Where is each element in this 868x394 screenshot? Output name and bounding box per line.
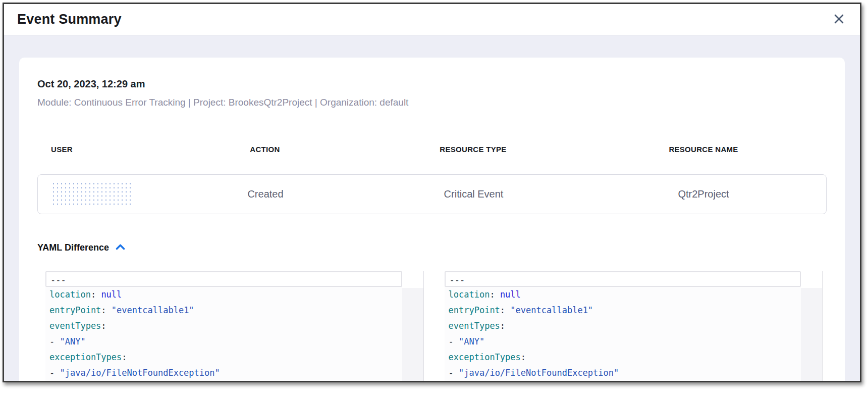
yaml-difference-toggle[interactable]: YAML Difference bbox=[37, 241, 126, 254]
yaml-code-left: ---location: nullentryPoint: "eventcalla… bbox=[45, 271, 402, 382]
yaml-diff-right-panel[interactable]: ---location: nullentryPoint: "eventcalla… bbox=[445, 271, 823, 382]
event-meta: Module: Continuous Error Tracking | Proj… bbox=[37, 97, 827, 108]
resource-type-cell: Critical Event bbox=[366, 188, 581, 200]
yaml-difference-label: YAML Difference bbox=[37, 241, 109, 254]
modal-body: Oct 20, 2023, 12:29 am Module: Continuou… bbox=[4, 35, 860, 382]
user-cell bbox=[38, 182, 165, 207]
yaml-line: - "ANY" bbox=[45, 334, 402, 350]
yaml-line: --- bbox=[445, 271, 801, 287]
column-header-resource-type: RESOURCE TYPE bbox=[366, 145, 580, 154]
event-card: Oct 20, 2023, 12:29 am Module: Continuou… bbox=[19, 58, 845, 382]
yaml-line: - "ANY" bbox=[445, 334, 801, 350]
column-header-resource-name: RESOURCE NAME bbox=[580, 145, 827, 154]
action-cell: Created bbox=[165, 188, 366, 200]
close-icon bbox=[833, 13, 845, 26]
yaml-line: location: null bbox=[445, 287, 801, 303]
yaml-line: exceptionTypes: bbox=[45, 350, 402, 365]
table-row: Created Critical Event Qtr2Project bbox=[37, 174, 827, 214]
yaml-diff-left-panel[interactable]: ---location: nullentryPoint: "eventcalla… bbox=[45, 271, 424, 382]
yaml-line: exceptionTypes: bbox=[445, 350, 801, 365]
left-panel-scrollbar[interactable] bbox=[402, 271, 424, 382]
close-button[interactable] bbox=[831, 11, 847, 28]
modal-header: Event Summary bbox=[4, 4, 860, 35]
scrollbar-thumb bbox=[402, 271, 423, 288]
yaml-line: - "java/io/FileNotFoundException" bbox=[45, 365, 402, 381]
yaml-line: location: null bbox=[45, 287, 402, 303]
event-timestamp: Oct 20, 2023, 12:29 am bbox=[37, 78, 827, 90]
scrollbar-thumb bbox=[801, 271, 822, 288]
column-header-action: ACTION bbox=[164, 145, 366, 154]
yaml-line: eventTypes: bbox=[45, 318, 402, 334]
chevron-up-icon bbox=[115, 243, 126, 252]
user-redacted-pattern bbox=[51, 182, 132, 207]
yaml-line: entryPoint: "eventcallable1" bbox=[445, 303, 801, 318]
yaml-line: eventTypes: bbox=[445, 318, 801, 334]
table-header-row: USER ACTION RESOURCE TYPE RESOURCE NAME bbox=[37, 145, 827, 154]
right-panel-scrollbar[interactable] bbox=[801, 271, 823, 382]
yaml-line: entryPoint: "eventcallable1" bbox=[45, 303, 402, 318]
resource-name-cell: Qtr2Project bbox=[581, 188, 826, 200]
page-title: Event Summary bbox=[17, 12, 122, 27]
yaml-code-right: ---location: nullentryPoint: "eventcalla… bbox=[445, 271, 801, 382]
yaml-line: - "java/io/FileNotFoundException" bbox=[445, 365, 801, 381]
yaml-line: --- bbox=[45, 271, 402, 287]
yaml-diff-container: ---location: nullentryPoint: "eventcalla… bbox=[45, 271, 823, 382]
column-header-user: USER bbox=[37, 145, 164, 154]
event-summary-modal: Event Summary Oct 20, 2023, 12:29 am Mod… bbox=[3, 3, 861, 382]
screen: Event Summary Oct 20, 2023, 12:29 am Mod… bbox=[0, 0, 868, 394]
